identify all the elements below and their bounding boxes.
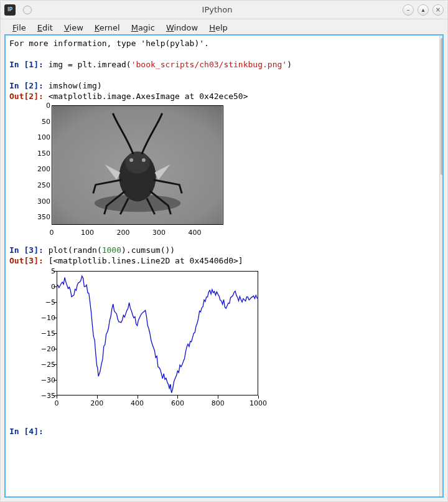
cell-1-input: In [1]: img = plt.imread('book_scripts/c…: [6, 59, 439, 70]
app-window: IP IPython – ▴ × File Edit View Kernel M…: [1, 1, 447, 501]
titlebar[interactable]: IP IPython – ▴ ×: [1, 1, 447, 19]
y-tick-label: −30: [41, 375, 55, 386]
close-button[interactable]: ×: [432, 4, 444, 16]
cell-2-plot: 0501001502002503003500100200300400: [30, 104, 439, 241]
window-title: IPython: [32, 5, 403, 14]
blank: [6, 415, 439, 426]
y-tick-label: 200: [37, 164, 50, 174]
menu-edit[interactable]: Edit: [32, 22, 58, 32]
x-tick-label: 200: [90, 398, 103, 409]
cell-4-input[interactable]: In [4]:: [6, 426, 439, 437]
y-tick-label: −25: [41, 359, 55, 370]
y-tick-label: 300: [37, 196, 50, 206]
menu-magic[interactable]: Magic: [126, 22, 161, 32]
y-tick-label: 350: [37, 212, 50, 222]
minimize-button[interactable]: –: [403, 4, 414, 16]
y-tick-label: −5: [45, 297, 55, 308]
svg-point-5: [142, 158, 146, 162]
y-tick-label: 0: [46, 100, 50, 111]
x-tick-label: 400: [189, 227, 202, 238]
y-tick-label: 50: [42, 116, 50, 126]
menu-view[interactable]: View: [58, 22, 89, 32]
y-tick-label: −20: [41, 344, 55, 354]
x-tick-label: 300: [152, 227, 166, 238]
line-plot-svg: [57, 271, 258, 395]
y-tick-label: −15: [41, 328, 55, 339]
stinkbug-image: [52, 106, 223, 224]
pin-icon[interactable]: [23, 6, 32, 14]
cell-2-output: Out[2]: <matplotlib.image.AxesImage at 0…: [6, 91, 439, 102]
line-series: [57, 276, 258, 392]
x-tick-label: 800: [212, 398, 225, 409]
maximize-button[interactable]: ▴: [418, 4, 429, 16]
svg-point-4: [129, 158, 133, 162]
menubar: File Edit View Kernel Magic Window Help: [1, 19, 447, 34]
svg-point-3: [125, 151, 150, 174]
x-tick-label: 1000: [250, 398, 267, 409]
x-tick-label: 400: [131, 398, 144, 409]
menu-kernel[interactable]: Kernel: [89, 22, 126, 32]
image-frame: [52, 105, 223, 225]
x-tick-label: 600: [171, 398, 184, 409]
cell-2-input: In [2]: imshow(img): [6, 80, 439, 91]
x-tick-label: 200: [117, 227, 130, 238]
menu-help[interactable]: Help: [203, 22, 233, 32]
y-tick-label: 0: [51, 282, 55, 292]
y-tick-label: 5: [51, 266, 55, 277]
console-area[interactable]: For more information, type 'help(pylab)'…: [4, 34, 444, 498]
cell-3-output: Out[3]: [<matplotlib.lines.Line2D at 0x4…: [6, 255, 439, 266]
scrollbar-thumb[interactable]: [441, 38, 444, 175]
menu-window[interactable]: Window: [161, 22, 203, 32]
y-tick-label: −10: [41, 313, 55, 323]
menu-file[interactable]: File: [7, 22, 32, 32]
console-content[interactable]: For more information, type 'help(pylab)'…: [6, 36, 439, 496]
cell-3-input: In [3]: plot(randn(1000).cumsum()): [6, 245, 439, 255]
scrollbar[interactable]: [439, 36, 444, 496]
cell-3-plot: −35−30−25−20−15−10−50502004006008001000: [30, 268, 439, 412]
blank: [6, 70, 439, 80]
app-icon: IP: [4, 4, 16, 16]
help-line: For more information, type 'help(pylab)'…: [6, 38, 439, 49]
x-tick-label: 100: [81, 227, 94, 238]
x-tick-label: 0: [50, 227, 54, 238]
y-tick-label: −35: [41, 391, 55, 401]
blank: [6, 49, 439, 59]
y-tick-label: 150: [37, 148, 50, 158]
x-tick-label: 0: [55, 398, 59, 409]
y-tick-label: 100: [37, 132, 50, 143]
y-tick-label: 250: [37, 180, 50, 191]
